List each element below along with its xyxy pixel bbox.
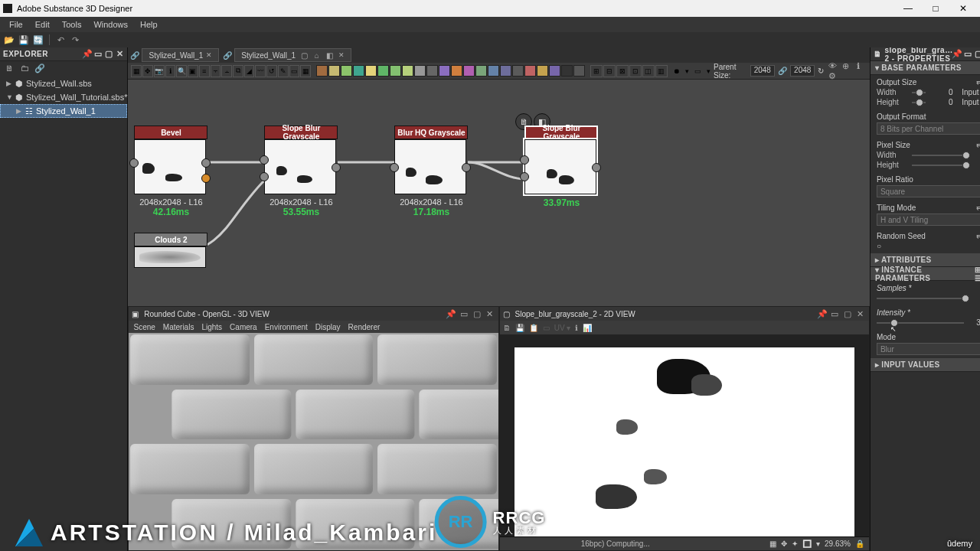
pin-icon[interactable]: 📌 [446,309,456,319]
group-icon[interactable]: ⊠ [616,65,629,77]
3d-menu-renderer[interactable]: Renderer [348,323,381,331]
3d-menu-environment[interactable]: Environment [265,323,308,331]
select-icon[interactable]: ▦ [131,65,142,77]
tab-popout-icon[interactable]: ◧ [325,51,335,60]
node-input-port[interactable] [260,172,269,181]
toggle-icon[interactable]: ▾ [705,65,713,77]
toggle-icon[interactable]: ▾ [684,65,691,77]
link-icon[interactable]: 🔗 [778,67,787,75]
swatch[interactable] [402,65,413,77]
status-icon[interactable]: ✦ [792,540,798,548]
input-values-header[interactable]: ▸ INPUT VALUES ⚙ [871,358,980,372]
samples-slider[interactable] [877,298,964,299]
menu-edit[interactable]: Edit [29,20,56,29]
extra-icon[interactable]: ⊕ [840,61,851,71]
grid-icon[interactable]: ⊞ [973,266,980,274]
2d-view-canvas[interactable]: 16bpc) Computing... ▦ ✥ ✦ 🔳 ▾ 29.63% 🔒 [500,334,869,550]
swatch[interactable] [561,65,573,77]
explorer-pin-icon[interactable]: 📌 [83,50,92,59]
instance-parameters-header[interactable]: ▾ INSTANCE PARAMETERS ⊞ ☰ [871,267,980,281]
link-icon[interactable]: ⇄ [976,78,980,86]
swatch[interactable] [328,65,340,77]
graph-link-icon[interactable]: 🔗 [128,51,142,60]
random-seed-value[interactable]: 0 [969,242,980,250]
toggle-icon[interactable]: ▭ [694,65,702,77]
camera-icon[interactable]: 📷 [154,65,165,77]
info2d-icon[interactable]: ℹ [575,324,578,332]
align-icon[interactable]: ≡ [199,65,210,77]
tab-square-icon[interactable]: ▢ [299,51,309,60]
width-slider[interactable] [912,92,926,93]
graph-canvas[interactable]: Bevel 2048x2048 - L16 42.16ms Slope Blur… [128,80,869,306]
open-icon[interactable]: 📂 [3,34,15,46]
tab-home-icon[interactable]: ⌂ [312,51,322,60]
link2-icon[interactable]: ✎ [278,65,289,77]
status-zoom[interactable]: 29.63% [825,540,851,548]
copy-icon[interactable]: 📋 [529,324,538,332]
undo-icon[interactable]: ↶ [54,34,67,46]
refresh-icon[interactable]: ↻ [818,67,824,75]
swatch[interactable] [439,65,450,77]
node-input-port[interactable] [520,172,529,181]
swatch[interactable] [377,65,389,77]
zoom-icon[interactable]: 🔍 [176,65,187,77]
graph-tab-2[interactable]: Stylized_Wall_1 ▢ ⌂ ◧ ✕ [234,48,351,62]
node-input-port[interactable] [129,158,139,168]
extra-icon[interactable]: ℹ [853,61,864,71]
node-slope-blur-1[interactable]: Slope Blur Grayscale 2048x2048 - L16 53.… [264,126,338,217]
tree-item-sbs-1[interactable]: ▶ ⬢ Stylized_Wall.sbs [0,77,127,90]
window-maximize-button[interactable]: □ [922,3,949,14]
collapse-icon[interactable]: ▭ [459,309,469,319]
tree-item-graph[interactable]: ▶ ☷ Stylized_Wall_1 [0,104,127,118]
chevron-right-icon[interactable]: ▶ [16,107,22,115]
redo-icon[interactable]: ↷ [69,34,81,46]
intensity-slider[interactable]: ↖ [877,322,964,324]
width-value[interactable]: 0 [930,88,953,96]
ps-height-slider[interactable] [912,165,964,166]
swatch[interactable] [549,65,560,77]
pin-icon[interactable]: 📌 [817,309,828,319]
status-icon[interactable]: ▾ [816,540,820,548]
reset-icon[interactable]: ↺ [266,65,277,77]
save-icon[interactable]: 💾 [18,34,30,46]
graph-link-icon-2[interactable]: 🔗 [220,51,234,60]
node-clouds[interactable]: Clouds 2 [134,233,207,268]
swatch[interactable] [451,65,462,77]
tab-close-icon[interactable]: ✕ [206,51,212,59]
explorer-link-icon[interactable]: 🔗 [34,63,46,73]
autolayout-icon[interactable]: ⧉ [233,65,243,77]
collapse-icon[interactable]: ▭ [829,309,840,319]
status-icon[interactable]: ✥ [781,540,787,548]
grid-icon[interactable]: ▦ [300,65,311,77]
parent-size-h-input[interactable]: 2048 [790,65,815,77]
status-icon[interactable]: 🔳 [802,540,812,548]
height-slider[interactable] [912,102,926,103]
3d-view-canvas[interactable]: 📷 💡 [129,333,498,550]
node-input-port[interactable] [260,155,269,165]
menu-help[interactable]: Help [134,20,164,29]
tab-close-icon[interactable]: ✕ [338,51,345,59]
group-icon[interactable]: ◫ [642,65,655,77]
fit-icon[interactable]: ▣ [188,65,198,77]
refresh-icon[interactable]: 🔄 [32,34,44,46]
menu-file[interactable]: File [3,20,29,29]
base-parameters-header[interactable]: ▾ BASE PARAMETERS [871,61,980,75]
3d-menu-display[interactable]: Display [315,323,341,331]
3d-menu-lights[interactable]: Lights [201,323,222,331]
swatch[interactable] [524,65,536,77]
pixel-ratio-dropdown[interactable]: Square▾ [877,185,980,197]
chevron-right-icon[interactable]: ▶ [6,80,12,87]
close-icon[interactable]: ✕ [485,309,495,319]
group-icon[interactable]: ▥ [655,65,668,77]
swatch[interactable] [365,65,377,77]
max-icon[interactable]: ▢ [842,309,853,319]
intensity-value[interactable]: 3.21 [969,318,980,327]
ps-width-slider[interactable] [912,155,964,156]
output-format-dropdown[interactable]: 8 Bits per Channel▾ [877,122,980,135]
node-bevel[interactable]: Bevel 2048x2048 - L16 42.16ms [134,126,207,217]
status-icon[interactable]: ▦ [769,540,776,548]
histogram-icon[interactable]: 📊 [583,324,592,332]
swatch[interactable] [341,65,352,77]
max-icon[interactable]: ▢ [472,309,482,319]
move-icon[interactable]: ✥ [142,65,153,77]
